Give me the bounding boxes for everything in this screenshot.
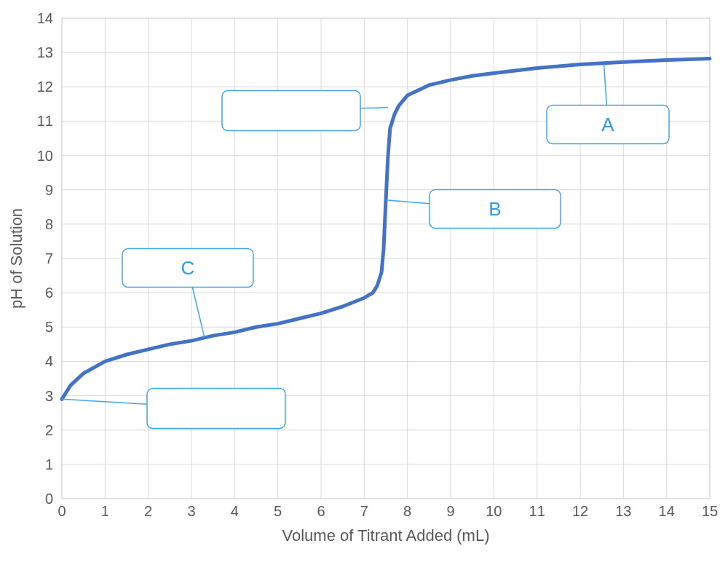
y-tick-label: 2 xyxy=(45,422,53,438)
y-tick-label: 10 xyxy=(37,148,53,164)
y-tick-label: 7 xyxy=(45,250,53,266)
y-tick-label: 12 xyxy=(37,79,53,95)
x-axis-label: Volume of Titrant Added (mL) xyxy=(282,526,490,545)
y-tick-label: 6 xyxy=(45,285,53,301)
x-tick-label: 11 xyxy=(529,503,545,519)
callout-label-B: B xyxy=(488,198,501,220)
callout-leader xyxy=(62,399,147,404)
x-tick-label: 3 xyxy=(187,503,195,519)
x-tick-label: 10 xyxy=(486,503,502,519)
x-tick-label: 8 xyxy=(403,503,411,519)
y-tick-label: 9 xyxy=(45,182,53,198)
x-tick-label: 14 xyxy=(659,503,675,519)
callout-leader xyxy=(604,65,607,106)
y-axis-label: pH of Solution xyxy=(7,208,25,309)
y-tick-label: 14 xyxy=(37,10,53,26)
x-tick-label: 6 xyxy=(317,503,325,519)
y-tick-label: 13 xyxy=(37,44,53,60)
y-tick-label: 11 xyxy=(37,113,53,129)
chart-svg: 0123456789101112131415012345678910111213… xyxy=(0,0,728,562)
x-tick-label: 12 xyxy=(572,503,588,519)
callout-box-box_bottom xyxy=(147,389,285,429)
y-tick-label: 5 xyxy=(45,319,53,335)
x-tick-label: 0 xyxy=(58,503,66,519)
y-tick-label: 0 xyxy=(45,491,53,507)
x-tick-label: 4 xyxy=(231,503,239,519)
y-tick-label: 1 xyxy=(45,456,53,472)
titration-chart: 0123456789101112131415012345678910111213… xyxy=(0,0,728,562)
x-tick-label: 15 xyxy=(702,503,718,519)
x-tick-label: 7 xyxy=(360,503,368,519)
y-tick-label: 8 xyxy=(45,216,53,232)
y-tick-label: 4 xyxy=(45,353,53,369)
x-tick-label: 1 xyxy=(101,503,109,519)
callout-label-A: A xyxy=(601,114,614,135)
x-tick-label: 9 xyxy=(446,503,454,519)
x-tick-label: 13 xyxy=(615,503,631,519)
callout-leader xyxy=(192,288,204,338)
y-tick-label: 3 xyxy=(45,388,53,404)
callout-box-box_top xyxy=(222,91,360,131)
callout-label-C: C xyxy=(181,257,195,279)
x-tick-label: 2 xyxy=(144,503,152,519)
x-tick-label: 5 xyxy=(274,503,282,519)
